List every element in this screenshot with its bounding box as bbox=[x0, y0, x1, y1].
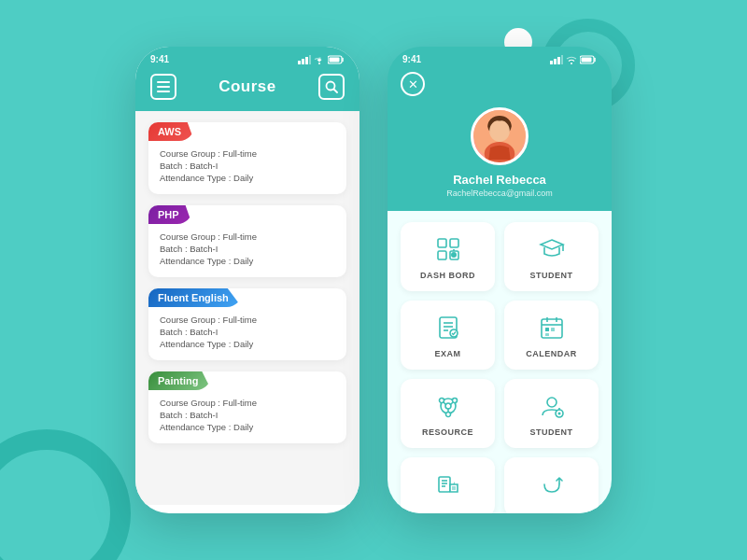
signal-icon bbox=[298, 55, 311, 64]
course-card[interactable]: Painting Course Group : Full-time Batch … bbox=[148, 371, 346, 443]
svg-rect-3 bbox=[309, 55, 311, 64]
menu-icon-extra1 bbox=[432, 469, 464, 500]
svg-point-45 bbox=[452, 399, 457, 403]
search-icon bbox=[325, 80, 338, 93]
right-top-bar: ✕ bbox=[388, 68, 612, 102]
svg-rect-23 bbox=[438, 239, 446, 247]
svg-rect-40 bbox=[551, 328, 555, 331]
search-button[interactable] bbox=[318, 74, 345, 100]
left-phone: 9:41 Course AWS Course Group : Full-time… bbox=[135, 47, 359, 513]
menu-icon-calendar bbox=[536, 312, 568, 343]
profile-email: RachelRebecca@gmail.com bbox=[446, 189, 553, 198]
avatar-image bbox=[473, 107, 526, 162]
menu-item-dashboard[interactable]: DASH BORD bbox=[401, 222, 495, 291]
course-info: Course Group : Full-time Batch : Batch-I… bbox=[148, 224, 346, 277]
svg-line-48 bbox=[450, 402, 453, 405]
svg-point-46 bbox=[445, 413, 450, 417]
svg-rect-18 bbox=[582, 57, 592, 62]
course-tag: Fluent English bbox=[148, 288, 242, 307]
bg-decoration-1 bbox=[0, 429, 131, 560]
menu-icon-student1 bbox=[536, 233, 568, 265]
course-info: Course Group : Full-time Batch : Batch-I… bbox=[148, 390, 346, 443]
course-info: Course Group : Full-time Batch : Batch-I… bbox=[148, 141, 346, 194]
svg-rect-39 bbox=[545, 328, 549, 331]
course-batch: Batch : Batch-I bbox=[160, 410, 335, 420]
menu-item-exam[interactable]: EXAM bbox=[401, 301, 495, 370]
svg-rect-1 bbox=[302, 59, 304, 64]
right-status-bar: 9:41 bbox=[388, 47, 612, 68]
wifi-icon-r bbox=[566, 55, 577, 64]
course-group: Course Group : Full-time bbox=[160, 315, 335, 325]
svg-rect-12 bbox=[550, 61, 553, 64]
menu-button[interactable] bbox=[150, 74, 176, 100]
menu-icon-exam bbox=[432, 312, 464, 343]
left-status-bar: 9:41 bbox=[135, 47, 359, 68]
course-batch: Batch : Batch-I bbox=[160, 244, 335, 254]
svg-rect-14 bbox=[557, 57, 560, 64]
right-time: 9:41 bbox=[402, 54, 421, 64]
menu-item-calendar[interactable]: CALENDAR bbox=[504, 301, 599, 370]
svg-point-16 bbox=[571, 63, 572, 64]
wifi-icon bbox=[314, 55, 325, 64]
svg-rect-6 bbox=[330, 57, 340, 62]
menu-label-student2: STUDENT bbox=[530, 427, 573, 437]
course-info: Course Group : Full-time Batch : Batch-I… bbox=[148, 307, 346, 360]
svg-rect-8 bbox=[157, 86, 170, 88]
svg-rect-9 bbox=[157, 91, 170, 92]
menu-item-resource[interactable]: RESOURCE bbox=[401, 379, 495, 448]
menu-icon-extra2 bbox=[536, 469, 568, 500]
course-card[interactable]: AWS Course Group : Full-time Batch : Bat… bbox=[148, 122, 346, 194]
menu-label-dashboard: DASH BORD bbox=[420, 271, 475, 280]
svg-rect-7 bbox=[157, 81, 170, 83]
svg-rect-15 bbox=[561, 55, 563, 64]
svg-point-52 bbox=[557, 413, 560, 415]
course-group: Course Group : Full-time bbox=[160, 231, 335, 242]
menu-item-extra2[interactable] bbox=[504, 457, 599, 513]
course-attendance: Attendance Type : Daily bbox=[160, 422, 335, 432]
svg-rect-25 bbox=[438, 251, 446, 259]
menu-item-student2[interactable]: STUDENT bbox=[504, 379, 599, 448]
course-group: Course Group : Full-time bbox=[160, 398, 335, 408]
course-batch: Batch : Batch-I bbox=[160, 327, 335, 337]
left-time: 9:41 bbox=[150, 54, 169, 64]
battery-icon bbox=[328, 55, 345, 64]
svg-rect-13 bbox=[554, 59, 557, 64]
right-status-icons bbox=[550, 55, 597, 64]
left-header-title: Course bbox=[218, 77, 276, 96]
menu-icon-student2 bbox=[536, 390, 568, 422]
courses-list: AWS Course Group : Full-time Batch : Bat… bbox=[135, 111, 359, 505]
course-tag: Painting bbox=[148, 371, 211, 390]
course-group: Course Group : Full-time bbox=[160, 148, 335, 159]
course-card[interactable]: PHP Course Group : Full-time Batch : Bat… bbox=[148, 205, 346, 277]
menu-item-extra1[interactable] bbox=[401, 457, 495, 513]
close-button[interactable]: ✕ bbox=[401, 72, 425, 96]
course-attendance: Attendance Type : Daily bbox=[160, 256, 335, 266]
left-header: Course bbox=[135, 68, 359, 111]
svg-rect-54 bbox=[439, 477, 450, 492]
signal-icon-r bbox=[550, 55, 563, 64]
course-attendance: Attendance Type : Daily bbox=[160, 339, 335, 349]
left-status-icons bbox=[298, 55, 345, 64]
svg-line-11 bbox=[333, 90, 337, 93]
menu-item-student1[interactable]: STUDENT bbox=[504, 222, 599, 291]
battery-icon-r bbox=[580, 55, 597, 64]
menu-icon-dashboard bbox=[432, 233, 464, 265]
svg-point-4 bbox=[318, 63, 320, 64]
profile-section: Rachel Rebecca RachelRebecca@gmail.com bbox=[388, 102, 612, 211]
svg-line-47 bbox=[444, 402, 446, 405]
menu-icon-resource bbox=[432, 390, 464, 422]
course-batch: Batch : Batch-I bbox=[160, 161, 335, 171]
svg-rect-2 bbox=[305, 57, 308, 64]
menu-grid: DASH BORD STUDENT EXAM bbox=[388, 211, 612, 513]
course-attendance: Attendance Type : Daily bbox=[160, 173, 335, 183]
svg-rect-41 bbox=[545, 333, 549, 336]
course-card[interactable]: Fluent English Course Group : Full-time … bbox=[148, 288, 346, 360]
svg-point-27 bbox=[451, 252, 457, 258]
svg-point-21 bbox=[489, 120, 510, 142]
profile-name: Rachel Rebecca bbox=[453, 173, 546, 187]
phones-container: 9:41 Course AWS Course Group : Full-time… bbox=[135, 47, 612, 513]
menu-label-student1: STUDENT bbox=[530, 271, 573, 280]
right-phone: 9:41 ✕ bbox=[388, 47, 612, 513]
menu-label-exam: EXAM bbox=[434, 349, 460, 358]
svg-rect-0 bbox=[298, 61, 301, 64]
